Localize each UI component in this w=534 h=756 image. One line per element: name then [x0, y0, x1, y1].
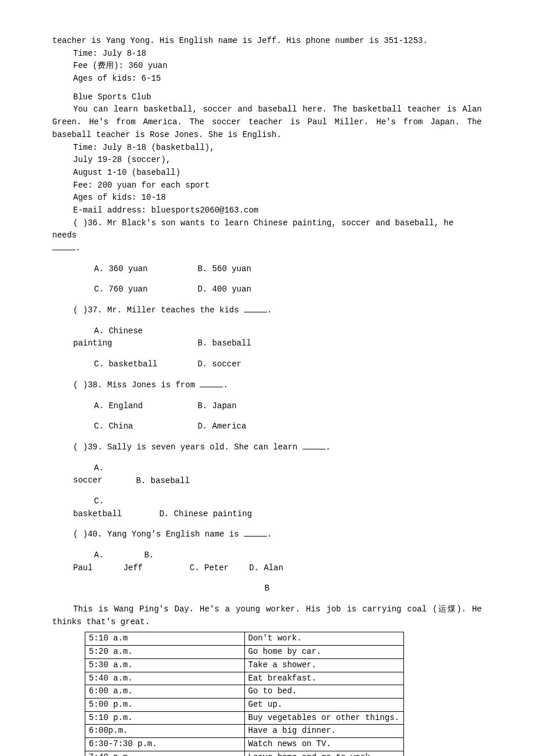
art-fee: Fee (费用): 360 yuan [52, 60, 482, 73]
q39-row2: C. basketball D. Chinese painting [52, 495, 482, 520]
art-ages: Ages of kids: 6-15 [52, 73, 482, 85]
q37-c: C. basketball [73, 358, 172, 371]
schedule-event: Go home by car. [244, 646, 404, 659]
q40-a: A. Paul [73, 549, 118, 574]
passage-b: This is Wang Ping's Day. He's a young wo… [52, 603, 482, 628]
q37-b: B. baseball [176, 337, 251, 350]
schedule-time: 5:40 a.m. [85, 672, 245, 685]
q38-row1: A. England B. Japan [52, 400, 482, 413]
table-row: 6:30-7:30 p.m.Watch news on TV. [85, 737, 404, 751]
schedule-time: 7:40 p.m. [85, 751, 245, 756]
q39-stem-post: . [326, 442, 330, 452]
q38-stem-post: . [223, 380, 228, 390]
q40-d: D. Alan [249, 563, 283, 573]
q38-stem: ( )38. Miss Jones is from . [52, 379, 482, 392]
q37-row2: C. basketball D. soccer [52, 358, 482, 371]
q38-b: B. Japan [176, 400, 236, 413]
schedule-event: Get up. [244, 698, 404, 711]
q37-stem-pre: ( )37. Mr. Miller teaches the kids [73, 305, 244, 315]
q38-c: C. China [73, 420, 172, 433]
table-row: 5:10 a.mDon't work. [85, 632, 404, 646]
sports-fee: Fee: 200 yuan for each sport [52, 179, 482, 192]
q36-d: D. 400 yuan [176, 283, 251, 296]
table-row: 6:00 a.m.Go to bed. [85, 685, 404, 699]
table-row: 7:40 p.m.Leave home and go to work. [85, 751, 404, 756]
q38-stem-pre: ( )38. Miss Jones is from [73, 380, 200, 390]
q39-stem-pre: ( )39. Sally is seven years old. She can… [73, 442, 302, 452]
q40-stem-post: . [267, 530, 272, 539]
q36-a: A. 360 yuan [73, 263, 172, 276]
q39-d: D. Chinese painting [159, 509, 252, 519]
table-row: 5:40 a.m.Eat breakfast. [85, 672, 404, 685]
q36-stem-pre: ( )36. Mr Black's son wants to learn Chi… [52, 218, 453, 240]
q40-row: A. Paul B. Jeff C. Peter D. Alan [52, 549, 482, 574]
q38-row2: C. China D. America [52, 420, 482, 433]
table-row: 6:00p.m.Have a big dinner. [85, 725, 404, 738]
schedule-table: 5:10 a.mDon't work.5:20 a.m.Go home by c… [85, 632, 404, 756]
sports-time3: August 1-10 (baseball) [52, 167, 482, 179]
section-b-heading: B [52, 582, 482, 595]
q39-b: B. baseball [136, 476, 189, 485]
q36-c: C. 760 yuan [73, 283, 172, 296]
q38-d: D. America [176, 420, 246, 433]
q38-a: A. England [73, 400, 172, 413]
table-row: 5:20 a.m.Go home by car. [85, 646, 404, 659]
sports-email: E-mail address: bluesports2060@163.com [52, 204, 482, 217]
top-continuation-line: teacher is Yang Yong. His English name i… [52, 35, 482, 48]
q36-row1: A. 360 yuan B. 560 yuan [52, 263, 482, 276]
schedule-event: Have a big dinner. [244, 725, 404, 738]
q39-stem: ( )39. Sally is seven years old. She can… [52, 441, 482, 454]
q40-stem-pre: ( )40. Yang Yong's English name is [73, 530, 244, 539]
schedule-event: Buy vegetables or other things. [244, 711, 404, 725]
q40-stem: ( )40. Yang Yong's English name is . [52, 528, 482, 541]
schedule-time: 6:00 a.m. [85, 685, 245, 699]
schedule-time: 5:10 p.m. [85, 711, 245, 725]
q39-a: A. soccer [73, 462, 131, 487]
schedule-time: 5:30 a.m. [85, 658, 245, 672]
schedule-event: Take a shower. [244, 658, 404, 672]
schedule-time: 5:10 a.m [85, 632, 245, 646]
sports-time1: Time: July 8-18 (basketball), [52, 142, 482, 154]
q37-a: A. Chinese painting [73, 325, 172, 350]
schedule-time: 6:30-7:30 p.m. [85, 737, 245, 751]
art-time: Time: July 8-18 [52, 48, 482, 60]
q40-c: C. Peter [169, 562, 244, 575]
sports-time2: July 19-28 (soccer), [52, 154, 482, 167]
q39-c: C. basketball [73, 495, 154, 520]
schedule-time: 5:00 p.m. [85, 698, 245, 711]
q36-stem-end: . [52, 242, 482, 255]
q39-row1: A. soccer B. baseball [52, 462, 482, 487]
schedule-event: Eat breakfast. [244, 672, 404, 685]
sports-ages: Ages of kids: 10-18 [52, 192, 482, 204]
q36-row2: C. 760 yuan D. 400 yuan [52, 283, 482, 296]
q40-b: B. Jeff [123, 549, 164, 574]
q36-b: B. 560 yuan [176, 263, 251, 276]
q37-stem: ( )37. Mr. Miller teaches the kids . [52, 304, 482, 317]
q37-stem-post: . [267, 305, 272, 315]
table-row: 5:30 a.m.Take a shower. [85, 658, 404, 672]
q37-row1: A. Chinese painting B. baseball [52, 325, 482, 350]
sports-title: Blue Sports Club [52, 91, 482, 104]
schedule-event: Watch news on TV. [244, 737, 404, 751]
schedule-event: Don't work. [244, 632, 404, 646]
q37-d: D. soccer [176, 358, 241, 371]
sports-desc: You can learn basketball, soccer and bas… [52, 103, 482, 141]
table-row: 5:10 p.m.Buy vegetables or other things. [85, 711, 404, 725]
schedule-time: 5:20 a.m. [85, 646, 245, 659]
schedule-event: Leave home and go to work. [244, 751, 404, 756]
schedule-time: 6:00p.m. [85, 725, 245, 738]
q36-stem-post: . [75, 243, 80, 253]
q36-stem: ( )36. Mr Black's son wants to learn Chi… [52, 217, 482, 242]
schedule-event: Go to bed. [244, 685, 404, 699]
table-row: 5:00 p.m.Get up. [85, 698, 404, 711]
